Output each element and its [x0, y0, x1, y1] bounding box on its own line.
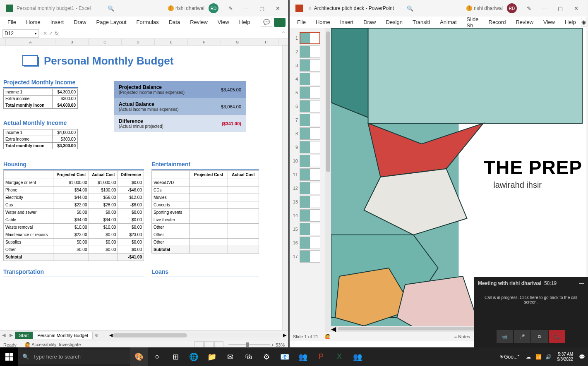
- tab-file[interactable]: File: [2, 17, 21, 27]
- close-button[interactable]: ✕: [270, 2, 286, 15]
- wifi-icon[interactable]: 📶: [534, 352, 543, 361]
- horizontal-scrollbar[interactable]: ◀▶: [109, 333, 286, 338]
- powerpoint-taskbar-icon[interactable]: P: [312, 347, 330, 366]
- slide-thumb[interactable]: 6: [292, 100, 329, 112]
- cortana-icon[interactable]: ○: [148, 347, 166, 366]
- tab-insert[interactable]: Insert: [46, 17, 69, 27]
- sheet-content[interactable]: Personal Monthly Budget Projected Monthl…: [0, 45, 282, 330]
- slide-thumb[interactable]: 8: [292, 127, 329, 140]
- tab-help[interactable]: Help: [234, 17, 255, 27]
- explorer-icon[interactable]: 📁: [203, 347, 221, 366]
- search-icon[interactable]: 🔍: [103, 2, 119, 15]
- onedrive-icon[interactable]: ☁: [524, 352, 533, 361]
- tab-formulas[interactable]: Formulas: [132, 17, 164, 27]
- tab-data[interactable]: Data: [164, 17, 185, 27]
- mail-icon[interactable]: ✉: [221, 347, 239, 366]
- tab-design[interactable]: Design: [381, 17, 408, 27]
- slide-thumb[interactable]: 16: [292, 237, 329, 249]
- teams-call-popup[interactable]: Meeting with rishi dhariwal 58:19 — Call…: [474, 277, 588, 347]
- minimize-button[interactable]: —: [238, 2, 254, 15]
- slide-thumb[interactable]: 7: [292, 114, 329, 126]
- access-icon[interactable]: 🙋: [325, 334, 331, 339]
- avatar[interactable]: RD: [209, 3, 218, 13]
- cancel-icon[interactable]: ✕: [43, 31, 47, 36]
- thumbnail-scrollbar[interactable]: [325, 28, 331, 332]
- store-icon[interactable]: 🛍: [239, 347, 257, 366]
- col-a[interactable]: A: [6, 39, 55, 45]
- maximize-button[interactable]: ▢: [254, 2, 270, 15]
- tab-insert[interactable]: Insert: [335, 17, 359, 27]
- sheet-tab-start[interactable]: Start: [15, 332, 33, 339]
- mic-button[interactable]: 🎤: [514, 330, 530, 343]
- tab-animations[interactable]: Animat: [435, 17, 461, 27]
- slide-thumb[interactable]: 15: [292, 223, 329, 235]
- expand-formula-icon[interactable]: ⌃: [281, 31, 286, 36]
- avatar[interactable]: RD: [507, 3, 517, 13]
- slide-thumb[interactable]: 2: [292, 45, 329, 58]
- formula-input[interactable]: [62, 29, 281, 38]
- tab-transitions[interactable]: Transiti: [408, 17, 435, 27]
- record-button[interactable]: ◉: [581, 18, 586, 27]
- clock[interactable]: 5:37 AM9/8/2022: [554, 352, 576, 362]
- search-icon[interactable]: 🔍: [402, 2, 418, 15]
- slide-thumb[interactable]: 14: [292, 209, 329, 222]
- taskbar-search[interactable]: 🔍Type here to search: [18, 349, 130, 364]
- col-d[interactable]: D: [122, 39, 155, 45]
- pen-icon[interactable]: ✎: [521, 2, 537, 15]
- col-c[interactable]: C: [89, 39, 122, 45]
- tab-nav-next[interactable]: ▶: [7, 333, 15, 338]
- col-g[interactable]: G: [221, 39, 254, 45]
- settings-icon[interactable]: ⚙: [257, 347, 276, 366]
- teams-running-icon[interactable]: 👥: [348, 347, 367, 366]
- maximize-button[interactable]: ▢: [552, 2, 568, 15]
- edge-icon[interactable]: 🌐: [185, 347, 203, 366]
- tab-nav-prev[interactable]: ◀: [0, 333, 7, 338]
- slide-thumb[interactable]: 1: [292, 32, 329, 44]
- accessibility-status[interactable]: 🙋 Accessibility: Investigate: [25, 342, 81, 347]
- slide-thumb[interactable]: 11: [292, 168, 329, 181]
- tab-pagelayout[interactable]: Page Layout: [91, 17, 132, 27]
- tab-review[interactable]: Review: [185, 17, 213, 27]
- pen-icon[interactable]: ✎: [223, 2, 238, 15]
- tab-slideshow[interactable]: Slide Sh: [462, 14, 484, 30]
- share-button[interactable]: [274, 18, 286, 27]
- col-f[interactable]: F: [188, 39, 221, 45]
- excel-taskbar-icon[interactable]: X: [330, 347, 348, 366]
- tab-record[interactable]: Record: [484, 17, 511, 27]
- camera-button[interactable]: 📹: [497, 330, 513, 343]
- accept-icon[interactable]: ✓: [49, 31, 53, 36]
- tab-review[interactable]: Review: [511, 17, 538, 27]
- notes-button[interactable]: ≡ Notes: [454, 334, 470, 339]
- slide-thumb[interactable]: 9: [292, 141, 329, 153]
- tab-view[interactable]: View: [538, 17, 560, 27]
- notifications-icon[interactable]: 💬: [577, 352, 586, 361]
- zoom-control[interactable]: −+ 53%: [224, 342, 285, 347]
- tab-draw[interactable]: Draw: [358, 17, 381, 27]
- slide-thumb[interactable]: 5: [292, 86, 329, 99]
- start-button[interactable]: [0, 347, 18, 366]
- share-screen-button[interactable]: ⧉: [531, 330, 548, 343]
- comments-button[interactable]: 💬: [261, 18, 272, 27]
- teams-icon[interactable]: 👥: [294, 347, 312, 366]
- chevron-up-icon[interactable]: ⌃: [514, 352, 523, 361]
- add-sheet-button[interactable]: ⊕: [93, 333, 100, 338]
- hangup-button[interactable]: 📞: [549, 330, 565, 343]
- volume-icon[interactable]: 🔊: [544, 352, 553, 361]
- tab-view[interactable]: View: [213, 17, 234, 27]
- tab-home[interactable]: Home: [21, 17, 46, 27]
- slide-thumb[interactable]: 12: [292, 182, 329, 194]
- slide-thumb[interactable]: 17: [292, 250, 329, 263]
- minimize-call-icon[interactable]: —: [579, 280, 584, 286]
- tab-help[interactable]: Help: [560, 17, 581, 27]
- tab-draw[interactable]: Draw: [69, 17, 91, 27]
- close-button[interactable]: ✕: [568, 2, 584, 15]
- outlook-icon[interactable]: 📧: [276, 347, 294, 366]
- col-b[interactable]: B: [55, 39, 89, 45]
- taskview-icon[interactable]: ⊞: [166, 347, 185, 366]
- slide-thumb[interactable]: 10: [292, 155, 329, 167]
- slide-thumb[interactable]: 13: [292, 196, 329, 208]
- vertical-scrollbar[interactable]: [282, 45, 288, 330]
- minimize-button[interactable]: —: [537, 2, 552, 15]
- tab-home[interactable]: Home: [311, 17, 335, 27]
- slide-thumb[interactable]: 4: [292, 73, 329, 85]
